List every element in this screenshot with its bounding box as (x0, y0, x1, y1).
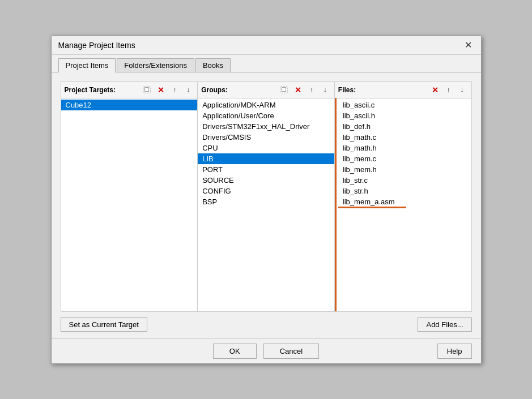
groups-up-button[interactable]: ↑ (306, 84, 317, 96)
manage-project-items-dialog: Manage Project Items ✕ Project Items Fol… (51, 36, 482, 364)
footer-inner: OK Cancel Help (61, 344, 472, 359)
list-item[interactable]: CONFIG (198, 186, 334, 196)
list-item[interactable]: lib_math.c (338, 132, 471, 143)
up-arrow-icon: ↑ (310, 86, 313, 94)
list-item[interactable]: LIB (198, 153, 334, 164)
ok-button[interactable]: OK (213, 344, 257, 359)
new-icon (280, 85, 288, 95)
set-current-target-button[interactable]: Set as Current Target (61, 318, 147, 332)
groups-label: Groups: (201, 86, 276, 94)
groups-header: Groups: ✕ ↑ ↓ (198, 82, 334, 98)
files-down-button[interactable]: ↓ (457, 84, 468, 96)
project-targets-down-button[interactable]: ↓ (182, 84, 194, 96)
list-item[interactable]: PORT (198, 164, 334, 175)
groups-panel: Groups: ✕ ↑ ↓ (198, 82, 335, 311)
tab-books[interactable]: Books (195, 58, 231, 72)
orange-vertical-line (335, 98, 337, 311)
dialog-title: Manage Project Items (58, 41, 135, 50)
help-button[interactable]: Help (437, 344, 472, 359)
list-item[interactable]: Cube12 (61, 100, 198, 110)
files-label: Files: (338, 86, 427, 94)
list-item[interactable]: CPU (198, 143, 334, 153)
tabs-container: Project Items Folders/Extensions Books (52, 55, 481, 72)
list-item[interactable]: lib_def.h (338, 121, 471, 132)
add-files-button[interactable]: Add Files... (418, 318, 471, 332)
down-arrow-icon: ↓ (324, 86, 327, 94)
tab-project-items[interactable]: Project Items (58, 58, 116, 72)
orange-underline (338, 207, 406, 208)
dialog-body: Project Targets: ✕ ↑ ↓ (52, 72, 481, 338)
list-item[interactable]: Application/User/Core (198, 110, 334, 121)
list-item[interactable]: lib_ascii.h (338, 110, 471, 121)
panels-row: Project Targets: ✕ ↑ ↓ (61, 81, 472, 312)
footer-center: OK Cancel (213, 344, 319, 359)
down-arrow-icon: ↓ (186, 86, 190, 94)
files-up-button[interactable]: ↑ (443, 84, 454, 96)
list-item[interactable]: Drivers/CMSIS (198, 132, 334, 143)
footer-right: Help (437, 344, 472, 359)
list-item[interactable]: lib_mem.c (338, 153, 471, 164)
new-icon (143, 85, 151, 95)
project-targets-delete-button[interactable]: ✕ (155, 84, 167, 96)
project-targets-panel: Project Targets: ✕ ↑ ↓ (61, 82, 198, 311)
files-panel: Files: ✕ ↑ ↓ lib_ascii.c lib_ascii.h (335, 82, 471, 311)
files-delete-button[interactable]: ✕ (429, 84, 441, 96)
delete-icon: ✕ (295, 85, 301, 95)
project-targets-label: Project Targets: (65, 86, 140, 94)
title-bar: Manage Project Items ✕ (52, 36, 481, 55)
close-button[interactable]: ✕ (462, 41, 474, 50)
delete-icon: ✕ (158, 85, 164, 95)
list-item[interactable]: lib_mem.h (338, 164, 471, 175)
list-item[interactable]: Application/MDK-ARM (198, 100, 334, 110)
down-arrow-icon: ↓ (461, 86, 464, 94)
groups-delete-button[interactable]: ✕ (292, 84, 304, 96)
project-targets-new-button[interactable] (142, 84, 153, 96)
up-arrow-icon: ↑ (173, 86, 176, 94)
svg-rect-1 (145, 87, 149, 91)
project-targets-header: Project Targets: ✕ ↑ ↓ (61, 82, 198, 98)
list-item[interactable]: SOURCE (198, 175, 334, 186)
files-list: lib_ascii.c lib_ascii.h lib_def.h lib_ma… (335, 98, 471, 311)
list-item[interactable]: Drivers/STM32F1xx_HAL_Driver (198, 121, 334, 132)
list-item[interactable]: lib_str.c (338, 175, 471, 186)
dialog-footer: OK Cancel Help (52, 338, 481, 363)
groups-list: Application/MDK-ARM Application/User/Cor… (198, 98, 334, 311)
list-item[interactable]: lib_ascii.c (338, 100, 471, 110)
groups-down-button[interactable]: ↓ (320, 84, 331, 96)
svg-rect-3 (282, 87, 286, 91)
groups-new-button[interactable] (279, 84, 290, 96)
list-item[interactable]: BSP (198, 196, 334, 207)
project-targets-list: Cube12 (61, 98, 198, 311)
project-targets-up-button[interactable]: ↑ (169, 84, 180, 96)
bottom-row: Set as Current Target Add Files... (61, 318, 472, 332)
list-item[interactable]: lib_str.h (338, 186, 471, 196)
files-header: Files: ✕ ↑ ↓ (335, 82, 471, 98)
list-item[interactable]: lib_math.h (338, 143, 471, 153)
tab-folders-extensions[interactable]: Folders/Extensions (117, 58, 194, 72)
cancel-button[interactable]: Cancel (263, 344, 319, 359)
list-item[interactable]: lib_mem_a.asm (338, 196, 471, 207)
delete-icon: ✕ (432, 85, 439, 95)
up-arrow-icon: ↑ (447, 86, 450, 94)
